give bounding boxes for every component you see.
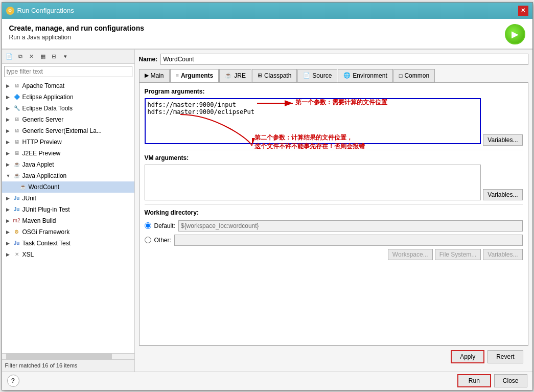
content-area: 📄 ⧉ ✕ ▦ ⊟ ▾ ▶ 🖥 Apache Tomcat ▶ <box>2 49 532 372</box>
default-radio[interactable] <box>145 222 151 229</box>
horizontal-scrollbar[interactable] <box>2 353 134 359</box>
list-item-label: Apache Tomcat <box>22 82 65 89</box>
expand-arrow: ▶ <box>6 218 11 223</box>
tab-arguments[interactable]: ≡ Arguments <box>170 69 219 82</box>
tab-label: JRE <box>234 72 246 79</box>
app-icon: 🔷 <box>13 94 20 101</box>
tab-label: Arguments <box>181 72 213 79</box>
name-label: Name: <box>139 56 158 63</box>
tab-classpath[interactable]: ⊞ Classpath <box>252 69 297 82</box>
footer-right-buttons: Run Close <box>457 374 527 387</box>
duplicate-button[interactable]: ⧉ <box>15 51 26 61</box>
vm-args-label: VM arguments: <box>145 154 523 162</box>
list-item[interactable]: ▶ m2 Maven Build <box>2 215 134 226</box>
vm-variables-button[interactable]: Variables... <box>483 189 522 200</box>
run-button[interactable]: Run <box>457 374 491 387</box>
list-item[interactable]: ▶ 🖥 J2EE Preview <box>2 148 134 159</box>
list-item-label: Java Applet <box>22 161 54 168</box>
list-item[interactable]: ▶ ⚙ OSGi Framework <box>2 226 134 238</box>
xsl-icon: ✕ <box>13 251 20 258</box>
apply-button[interactable]: Apply <box>451 350 484 363</box>
tab-main[interactable]: ▶ Main <box>139 69 170 82</box>
java-icon: ☕ <box>13 161 20 168</box>
workspace-button[interactable]: Workspace... <box>388 249 433 260</box>
header-area: Create, manage, and run configurations R… <box>2 19 532 49</box>
junit-icon: Ju <box>13 206 20 213</box>
jre-tab-icon: ☕ <box>225 72 232 79</box>
tab-jre[interactable]: ☕ JRE <box>219 69 251 82</box>
working-dir-label: Working directory: <box>145 209 523 216</box>
expand-arrow: ▶ <box>6 207 11 212</box>
list-item[interactable]: ▶ Ju JUnit <box>2 193 134 204</box>
help-button[interactable]: ? <box>7 375 19 387</box>
server-icon: 🖥 <box>13 150 20 157</box>
java-icon: ☕ <box>19 183 27 191</box>
file-system-button[interactable]: File System... <box>435 249 481 260</box>
sidebar: 📄 ⧉ ✕ ▦ ⊟ ▾ ▶ 🖥 Apache Tomcat ▶ <box>2 50 135 372</box>
list-item[interactable]: ▶ Ju JUnit Plug-in Test <box>2 204 134 215</box>
dialog-icon: ⚙ <box>6 7 14 15</box>
filter-input[interactable] <box>4 66 132 77</box>
workdir-variables-button[interactable]: Variables... <box>483 249 522 260</box>
list-item[interactable]: ▶ 🔷 Eclipse Application <box>2 91 134 103</box>
vm-args-input[interactable] <box>145 165 481 200</box>
list-item-label: Eclipse Data Tools <box>22 105 73 112</box>
tab-common[interactable]: □ Common <box>393 69 435 82</box>
program-args-label: Program arguments: <box>145 88 523 95</box>
default-path-input[interactable] <box>178 220 523 232</box>
common-tab-icon: □ <box>399 73 403 79</box>
server-icon: 🖥 <box>13 82 20 89</box>
dropdown-button[interactable]: ▾ <box>60 51 71 61</box>
java-icon: ☕ <box>13 172 20 179</box>
list-item[interactable]: ▶ ✕ XSL <box>2 249 134 260</box>
tab-label: Environment <box>353 72 387 79</box>
run-icon-large: ▶ <box>505 24 525 44</box>
environment-tab-icon: 🌐 <box>343 72 351 79</box>
tabs-bar: ▶ Main ≡ Arguments ☕ JRE ⊞ Classpath 📄 <box>139 69 528 82</box>
list-item-label: JUnit Plug-in Test <box>22 206 70 213</box>
tab-environment[interactable]: 🌐 Environment <box>338 69 392 82</box>
filter-button[interactable]: ▦ <box>38 51 48 61</box>
list-item[interactable]: ▶ 🖥 Generic Server <box>2 114 134 125</box>
list-item[interactable]: ▶ 🖥 Generic Server(External La... <box>2 125 134 136</box>
header-subtitle: Run a Java application <box>9 34 145 41</box>
new-config-button[interactable]: 📄 <box>4 51 14 61</box>
name-row: Name: <box>139 54 528 65</box>
annotation2: 第二个参数：计算结果的文件位置，这个文件不许不能事先存在！否则会报错 <box>254 133 365 151</box>
list-item[interactable]: ▶ ☕ Java Applet <box>2 159 134 170</box>
list-item-label: Maven Build <box>22 217 56 224</box>
close-button[interactable]: ✕ <box>518 6 528 16</box>
expand-arrow: ▶ <box>6 117 11 122</box>
list-item[interactable]: ▶ 🔧 Eclipse Data Tools <box>2 103 134 114</box>
titlebar: ⚙ Run Configurations ✕ <box>2 3 532 19</box>
server-icon: 🖥 <box>13 127 20 134</box>
delete-button[interactable]: ✕ <box>27 51 37 61</box>
arguments-tab-icon: ≡ <box>176 73 179 79</box>
divider <box>145 204 523 205</box>
expand-arrow: ▶ <box>6 151 11 156</box>
expand-arrow: ▶ <box>6 162 11 167</box>
tab-source[interactable]: 📄 Source <box>297 69 337 82</box>
list-item-java-application[interactable]: ▼ ☕ Java Application <box>2 170 134 181</box>
program-args-section: Program arguments: hdfs://master:9000/in… <box>145 88 523 146</box>
other-path-input[interactable] <box>174 235 523 246</box>
list-item[interactable]: ▶ Ju Task Context Test <box>2 238 134 249</box>
list-item-label: Java Application <box>22 172 67 179</box>
other-radio-label: Other: <box>154 237 171 244</box>
list-item-label: Eclipse Application <box>22 94 74 101</box>
other-radio[interactable] <box>145 237 151 243</box>
name-input[interactable] <box>160 54 528 65</box>
workdir-buttons: Workspace... File System... Variables... <box>145 249 523 260</box>
list-item-wordcount[interactable]: ☕ WordCount <box>2 181 134 193</box>
collapse-button[interactable]: ⊟ <box>49 51 59 61</box>
list-item-label: J2EE Preview <box>22 150 61 157</box>
program-args-variables-button[interactable]: Variables... <box>483 134 522 146</box>
server-icon: 🖥 <box>13 139 20 146</box>
list-item[interactable]: ▶ 🖥 HTTP Preview <box>2 136 134 148</box>
expand-arrow: ▶ <box>6 241 11 246</box>
list-item[interactable]: ▶ 🖥 Apache Tomcat <box>2 80 134 91</box>
working-dir-section: Working directory: Default: Other: Works… <box>145 209 523 260</box>
revert-button[interactable]: Revert <box>487 350 523 363</box>
main-tab-icon: ▶ <box>145 72 149 79</box>
dialog-close-button[interactable]: Close <box>494 374 527 387</box>
